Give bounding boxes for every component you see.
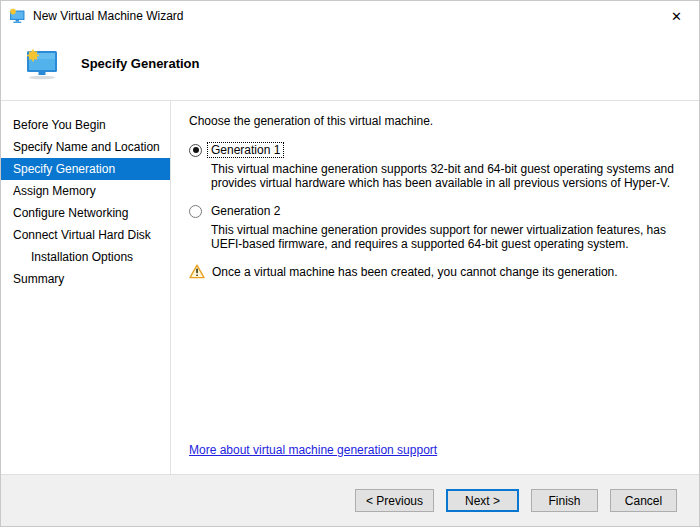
button-bar: < Previous Next > Finish Cancel <box>1 474 699 526</box>
previous-button[interactable]: < Previous <box>355 489 434 512</box>
page-title: Specify Generation <box>81 56 199 71</box>
generation-2-label[interactable]: Generation 2 <box>208 204 283 218</box>
more-about-generation-link[interactable]: More about virtual machine generation su… <box>189 443 437 457</box>
sidebar-item-before-you-begin: Before You Begin <box>1 114 170 136</box>
close-button[interactable]: ✕ <box>654 1 699 31</box>
sidebar-item-specify-generation: Specify Generation <box>1 158 170 180</box>
sidebar-item-specify-name-and-location: Specify Name and Location <box>1 136 170 158</box>
wizard-window: New Virtual Machine Wizard ✕ Specify Gen… <box>0 0 700 527</box>
wizard-steps-sidebar: Before You Begin Specify Name and Locati… <box>1 101 171 476</box>
sidebar-item-summary: Summary <box>1 268 170 290</box>
sidebar-item-installation-options: Installation Options <box>1 246 170 268</box>
title-bar: New Virtual Machine Wizard ✕ <box>1 1 699 31</box>
cancel-button[interactable]: Cancel <box>610 489 677 512</box>
window-title: New Virtual Machine Wizard <box>33 9 184 23</box>
hyper-v-page-icon <box>24 47 60 81</box>
generation-2-description: This virtual machine generation provides… <box>211 223 679 251</box>
warning-row: Once a virtual machine has been created,… <box>189 265 679 279</box>
wizard-header: Specify Generation <box>1 31 699 101</box>
next-button[interactable]: Next > <box>446 489 519 512</box>
generation-2-radio[interactable]: Generation 2 <box>189 204 679 218</box>
finish-button[interactable]: Finish <box>531 489 598 512</box>
radio-unselected-icon[interactable] <box>189 205 202 218</box>
sidebar-item-assign-memory: Assign Memory <box>1 180 170 202</box>
generation-1-label[interactable]: Generation 1 <box>208 143 283 157</box>
hyper-v-vm-icon <box>9 8 26 24</box>
generation-1-description: This virtual machine generation supports… <box>211 162 679 190</box>
radio-selected-icon[interactable] <box>189 144 202 157</box>
generation-1-radio[interactable]: Generation 1 <box>189 143 679 157</box>
warning-triangle-icon <box>189 264 205 279</box>
page-content: Choose the generation of this virtual ma… <box>171 101 699 476</box>
sidebar-item-configure-networking: Configure Networking <box>1 202 170 224</box>
sidebar-item-connect-virtual-hard-disk: Connect Virtual Hard Disk <box>1 224 170 246</box>
warning-text: Once a virtual machine has been created,… <box>212 265 618 279</box>
intro-text: Choose the generation of this virtual ma… <box>189 114 679 128</box>
close-icon: ✕ <box>671 9 682 24</box>
wizard-body: Before You Begin Specify Name and Locati… <box>1 101 699 476</box>
